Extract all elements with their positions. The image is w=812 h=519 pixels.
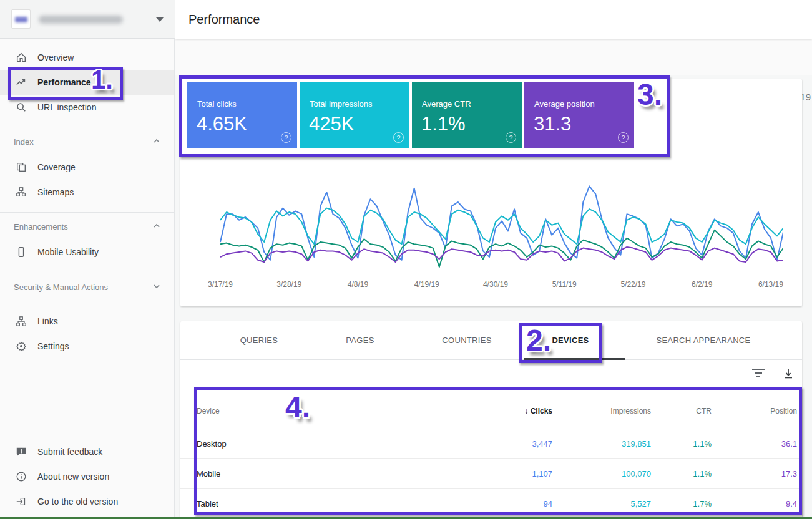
sidebar-item-label: Sitemaps bbox=[37, 187, 74, 197]
help-icon[interactable]: ? bbox=[506, 132, 516, 143]
line-chart[interactable] bbox=[220, 168, 783, 274]
col-header-impressions[interactable]: Impressions bbox=[570, 393, 651, 429]
site-logo bbox=[11, 9, 31, 29]
metric-value: 1.1% bbox=[421, 113, 466, 135]
performance-chart-card: Total clicks 4.65K ? Total impressions 4… bbox=[180, 79, 802, 306]
metric-label: Total clicks bbox=[197, 99, 237, 109]
sidebar-item-label: Performance bbox=[37, 77, 91, 87]
sidebar-item-label: Go to the old version bbox=[37, 497, 118, 507]
position-value: 17.3 bbox=[741, 459, 797, 489]
sidebar-item-coverage[interactable]: Coverage bbox=[0, 155, 174, 180]
table-row-desktop[interactable]: Desktop 3,447 319,851 1.1% 36.1 bbox=[180, 429, 802, 459]
metric-card-average-ctr[interactable]: Average CTR 1.1% ? bbox=[412, 82, 522, 148]
sidebar-section-security-manual-actions[interactable]: Security & Manual Actions bbox=[0, 275, 174, 299]
col-header-device[interactable]: Device bbox=[197, 393, 220, 429]
x-axis-label: 4/19/19 bbox=[414, 280, 439, 289]
x-axis-label: 4/30/19 bbox=[483, 280, 508, 289]
sidebar-item-overview[interactable]: Overview bbox=[0, 45, 174, 70]
device-name: Mobile bbox=[197, 459, 220, 489]
sidebar-item-settings[interactable]: Settings bbox=[0, 334, 174, 359]
sidebar-item-label: Mobile Usability bbox=[37, 247, 99, 257]
chevron-up-icon bbox=[153, 222, 160, 230]
tab-devices[interactable]: DEVICES bbox=[552, 321, 589, 360]
sidebar-item-label: Submit feedback bbox=[37, 447, 102, 457]
tab-search-appearance[interactable]: SEARCH APPEARANCE bbox=[656, 321, 750, 360]
table-filter-icon[interactable] bbox=[752, 369, 765, 380]
help-icon[interactable]: ? bbox=[281, 132, 291, 143]
sidebar-item-about-new-version[interactable]: About new version bbox=[0, 464, 174, 489]
table-row-tablet[interactable]: Tablet 94 5,527 1.7% 9.4 bbox=[180, 489, 802, 519]
sidebar-item-sitemaps[interactable]: Sitemaps bbox=[0, 180, 174, 205]
sidebar-item-label: About new version bbox=[37, 472, 109, 482]
active-tab-indicator bbox=[524, 358, 625, 360]
metric-label: Average CTR bbox=[422, 99, 471, 109]
tab-queries[interactable]: QUERIES bbox=[240, 321, 278, 360]
impressions-value: 100,070 bbox=[570, 459, 651, 489]
sidebar-item-performance[interactable]: Performance bbox=[0, 70, 174, 95]
x-axis-label: 6/13/19 bbox=[758, 280, 783, 289]
metric-card-total-impressions[interactable]: Total impressions 425K ? bbox=[300, 82, 409, 148]
device-name: Tablet bbox=[197, 489, 218, 519]
gear-icon bbox=[15, 340, 27, 352]
chart-line-clicks bbox=[220, 186, 783, 260]
col-header-ctr[interactable]: CTR bbox=[662, 393, 712, 429]
sidebar-item-label: URL inspection bbox=[37, 102, 96, 112]
download-icon[interactable] bbox=[782, 367, 795, 380]
sidebar-item-mobile-usability[interactable]: Mobile Usability bbox=[0, 240, 174, 264]
ctr-value: 1.7% bbox=[662, 489, 712, 519]
sidebar-item-label: Links bbox=[37, 316, 58, 326]
x-axis-labels: 3/17/193/28/194/8/194/19/194/30/195/11/1… bbox=[220, 280, 783, 290]
site-logo-blurred bbox=[15, 17, 27, 22]
sidebar-item-label: Settings bbox=[37, 341, 69, 351]
sort-desc-icon: ↓ bbox=[524, 407, 528, 415]
metric-value: 31.3 bbox=[534, 113, 571, 135]
x-axis-label: 3/28/19 bbox=[276, 280, 301, 289]
clicks-value: 3,447 bbox=[477, 429, 552, 459]
sidebar-item-submit-feedback[interactable]: Submit feedback bbox=[0, 439, 174, 464]
tab-pages[interactable]: PAGES bbox=[346, 321, 374, 360]
sidebar-section-index[interactable]: Index bbox=[0, 130, 174, 153]
divider bbox=[0, 212, 174, 213]
col-header-clicks[interactable]: ↓ Clicks bbox=[477, 393, 552, 429]
tab-countries[interactable]: COUNTRIES bbox=[442, 321, 491, 360]
coverage-pages-icon bbox=[15, 161, 27, 173]
main-header: Performance bbox=[175, 0, 812, 39]
table-row-mobile[interactable]: Mobile 1,107 100,070 1.1% 17.3 bbox=[180, 459, 802, 489]
site-name-blurred bbox=[39, 16, 123, 24]
x-axis-label: 6/2/19 bbox=[692, 280, 712, 289]
position-value: 9.4 bbox=[741, 489, 797, 519]
site-selector[interactable] bbox=[0, 0, 175, 39]
help-icon[interactable]: ? bbox=[393, 132, 404, 143]
section-label: Security & Manual Actions bbox=[14, 283, 108, 292]
metric-card-total-clicks[interactable]: Total clicks 4.65K ? bbox=[187, 82, 297, 148]
metric-card-average-position[interactable]: Average position 31.3 ? bbox=[524, 82, 634, 148]
sidebar-item-old-version[interactable]: Go to the old version bbox=[0, 489, 174, 514]
exit-to-app-icon bbox=[15, 495, 27, 508]
sidebar-section-enhancements[interactable]: Enhancements bbox=[0, 215, 174, 238]
position-value: 36.1 bbox=[741, 429, 797, 459]
divider bbox=[0, 304, 174, 304]
chevron-down-icon[interactable] bbox=[156, 17, 164, 22]
x-axis-label: 5/22/19 bbox=[620, 280, 645, 289]
sidebar-item-url-inspection[interactable]: URL inspection bbox=[0, 95, 174, 120]
home-icon bbox=[15, 51, 27, 64]
sidebar-item-links[interactable]: Links bbox=[0, 309, 174, 334]
chart-svg bbox=[220, 168, 783, 274]
clicks-value: 94 bbox=[477, 489, 552, 519]
sidebar-item-label: Coverage bbox=[37, 162, 76, 172]
table-header-row: Device ↓ Clicks Impressions CTR Position bbox=[180, 393, 802, 429]
metric-value: 4.65K bbox=[197, 113, 247, 135]
smartphone-icon bbox=[15, 246, 27, 258]
section-label: Index bbox=[14, 137, 34, 147]
sitemap-tree-icon bbox=[15, 186, 27, 198]
search-icon bbox=[15, 101, 27, 114]
info-icon bbox=[15, 470, 27, 483]
help-icon[interactable]: ? bbox=[618, 132, 629, 143]
metric-label: Total impressions bbox=[310, 99, 372, 109]
section-label: Enhancements bbox=[14, 222, 68, 231]
ctr-value: 1.1% bbox=[662, 459, 712, 489]
chevron-up-icon bbox=[153, 137, 160, 145]
dimensions-table-card: QUERIES PAGES COUNTRIES DEVICES SEARCH A… bbox=[180, 321, 802, 519]
trending-up-icon bbox=[15, 76, 27, 89]
col-header-position[interactable]: Position bbox=[741, 393, 797, 429]
